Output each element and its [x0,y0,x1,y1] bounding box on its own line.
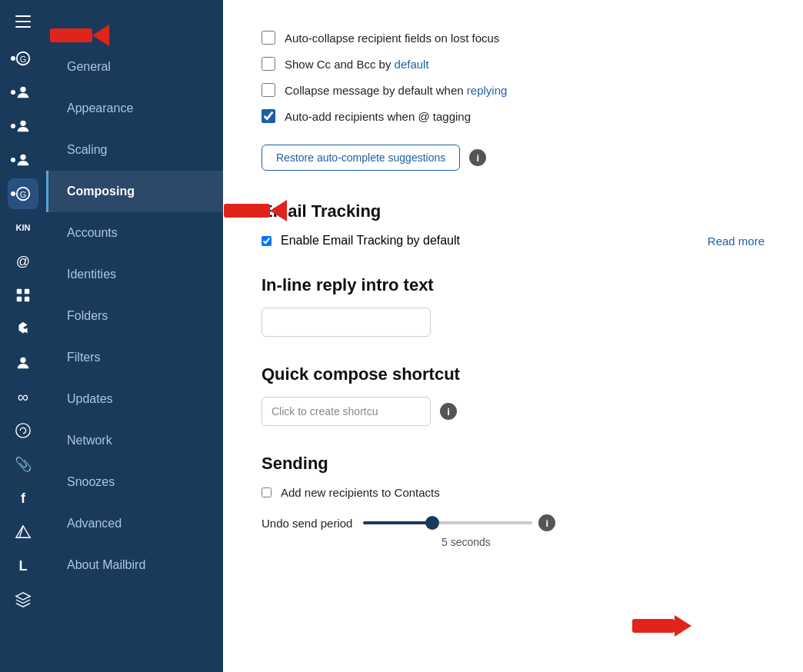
seconds-label: 5 seconds [441,536,765,548]
svg-rect-7 [17,289,22,294]
nav-item-snoozes[interactable]: Snoozes [46,461,223,503]
hamburger-menu[interactable] [9,8,37,35]
rail-icon-at[interactable]: @ [8,246,38,277]
rail-icon-L[interactable]: L [8,551,38,581]
compose-row: Click to create shortcu i [262,397,765,426]
add-recipients-label[interactable]: Add new recipients to Contacts [281,486,440,499]
svg-point-12 [16,424,30,437]
nav-item-accounts[interactable]: Accounts [46,212,223,254]
svg-text:G: G [20,190,27,199]
rail-icon-paperclip[interactable]: 📎 [8,449,38,480]
rail-icon-account1[interactable] [8,77,38,108]
read-more-link[interactable]: Read more [708,235,765,248]
rail-icon-kin[interactable]: KIN [8,212,38,243]
arrow-bar-composing [224,204,270,218]
shortcut-info-icon[interactable]: i [440,403,457,420]
restore-row: Restore auto-complete suggestions i [262,145,765,171]
svg-point-3 [20,121,25,126]
email-tracking-section: Email Tracking Enable Email Tracking by … [262,201,765,248]
quick-compose-title: Quick compose shortcut [262,364,765,384]
checkbox-row-collapse-msg: Collapse message by default when replyin… [262,83,765,97]
rail-dot [11,124,15,128]
auto-add-checkbox[interactable] [262,109,275,123]
nav-item-folders[interactable]: Folders [46,295,223,337]
rail-icon-facebook[interactable]: f [8,483,38,514]
show-cc-checkbox[interactable] [262,57,275,71]
undo-label: Undo send period [262,517,352,530]
undo-slider[interactable] [363,521,532,524]
rail-icon-g[interactable]: G [8,43,38,74]
rail-icon-whatsapp[interactable] [8,415,38,446]
rail-icon-account3[interactable] [8,145,38,175]
nav-item-scaling[interactable]: Scaling [46,129,223,171]
slider-info-icon[interactable]: i [538,514,555,531]
rail-dot [11,56,15,61]
rail-icon-drive[interactable] [8,517,38,547]
nav-item-composing[interactable]: Composing [46,171,223,212]
sending-title: Sending [262,454,765,474]
rail-icon-account2[interactable] [8,111,38,141]
checkbox-row-auto-add: Auto-add recipients when @ tagging [262,109,765,123]
arrow-bar-sending [632,619,675,633]
checkbox-row-show-cc: Show Cc and Bcc by default [262,57,765,71]
sending-section: Sending Add new recipients to Contacts U… [262,454,765,548]
svg-point-2 [20,87,25,92]
inline-reply-input[interactable] [262,308,431,337]
inline-reply-section: In-line reply intro text [262,275,765,337]
main-content: Auto-collapse recipient fields on lost f… [223,0,803,672]
tracking-row: Enable Email Tracking by default Read mo… [262,234,765,248]
undo-row: Undo send period i [262,514,765,531]
auto-collapse-label[interactable]: Auto-collapse recipient fields on lost f… [285,32,499,45]
nav-item-filters[interactable]: Filters [46,337,223,378]
icon-rail: G G KIN @ ∞ [0,0,46,672]
rail-icon-layers[interactable] [8,584,38,615]
slider-container: i [363,514,555,531]
svg-rect-10 [25,297,29,301]
rail-icon-grid[interactable] [8,280,38,311]
arrow-head-hamburger [92,25,109,46]
show-cc-highlight: default [395,58,429,71]
rail-dot [11,90,15,95]
shortcut-btn[interactable]: Click to create shortcu [262,397,431,426]
show-cc-label[interactable]: Show Cc and Bcc by default [285,58,429,71]
sending-checkbox-row: Add new recipients to Contacts [262,486,765,499]
nav-item-identities[interactable]: Identities [46,254,223,295]
auto-add-label[interactable]: Auto-add recipients when @ tagging [285,110,471,123]
rail-icon-dropbox[interactable] [8,314,38,344]
svg-rect-9 [17,297,22,301]
arrow-head-sending [675,615,691,637]
arrow-composing [224,200,287,221]
nav-item-advanced[interactable]: Advanced [46,503,223,544]
rail-icon-g2[interactable]: G [8,178,38,209]
nav-item-about[interactable]: About Mailbird [46,544,223,586]
quick-compose-section: Quick compose shortcut Click to create s… [262,364,765,426]
collapse-msg-highlight: replying [467,84,508,97]
nav-item-general[interactable]: General [46,46,223,88]
nav-item-appearance[interactable]: Appearance [46,88,223,129]
auto-collapse-checkbox[interactable] [262,31,275,45]
svg-point-11 [20,358,25,363]
svg-text:G: G [20,55,27,64]
arrow-hamburger [50,25,109,46]
email-tracking-checkbox[interactable] [262,236,272,246]
restore-info-icon[interactable]: i [469,149,486,166]
arrow-bar-hamburger [50,28,92,42]
email-tracking-label[interactable]: Enable Email Tracking by default [281,234,460,248]
nav-item-updates[interactable]: Updates [46,378,223,420]
svg-rect-8 [25,289,29,294]
nav-item-network[interactable]: Network [46,420,223,461]
collapse-msg-label[interactable]: Collapse message by default when replyin… [285,84,507,97]
add-recipients-checkbox[interactable] [262,487,272,497]
restore-btn[interactable]: Restore auto-complete suggestions [262,145,460,171]
svg-point-4 [20,155,25,160]
rail-icon-infinity[interactable]: ∞ [8,381,38,412]
inline-reply-title: In-line reply intro text [262,275,765,295]
collapse-msg-checkbox[interactable] [262,83,275,97]
rail-dot [11,158,15,162]
rail-icon-person[interactable] [8,348,38,378]
email-tracking-title: Email Tracking [262,201,765,221]
nav-sidebar: General Appearance Scaling Composing Acc… [46,0,223,672]
arrow-head-composing [270,200,287,221]
arrow-sending [632,615,691,637]
rail-dot [11,191,15,196]
